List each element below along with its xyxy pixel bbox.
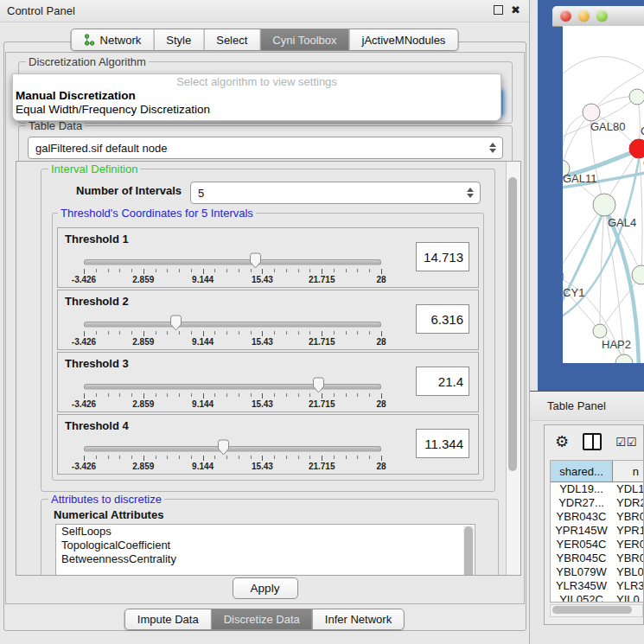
network-edge[interactable]: [563, 112, 591, 169]
scale-tick-label: 21.715: [309, 275, 335, 284]
table-cell[interactable]: YER0: [613, 538, 643, 552]
threshold-slider[interactable]: -3.4262.8599.14415.4321.71528: [84, 415, 381, 474]
close-icon[interactable]: ✖: [511, 5, 520, 15]
network-node[interactable]: [632, 265, 644, 284]
tab-discretize-data[interactable]: Discretize Data: [212, 609, 313, 629]
tab-select[interactable]: Select: [204, 29, 260, 50]
threshold-value-field[interactable]: 21.4: [416, 367, 469, 396]
slider-ticks: [84, 392, 381, 399]
table-row[interactable]: YBL079WYBL0: [551, 565, 643, 579]
slider-thumb[interactable]: [249, 252, 262, 269]
table-cell[interactable]: YLR345W: [551, 579, 613, 593]
network-edge[interactable]: [563, 277, 600, 331]
attribute-list-item[interactable]: BetweennessCentrality: [56, 552, 475, 566]
threshold-slider[interactable]: -3.4262.8599.14415.4321.71528: [84, 353, 381, 411]
table-row[interactable]: YDL19...YDL1: [551, 482, 643, 496]
threshold-slider[interactable]: -3.4262.8599.14415.4321.71528: [84, 228, 381, 287]
columns-icon[interactable]: [583, 433, 602, 450]
table-cell[interactable]: YBL079W: [551, 565, 613, 579]
window-minimize-icon[interactable]: [578, 10, 590, 22]
column-header-shared-name[interactable]: shared...: [551, 461, 613, 481]
network-node[interactable]: [615, 354, 633, 363]
table-cell[interactable]: YPR145W: [551, 524, 613, 538]
table-cell[interactable]: YDR27...: [551, 496, 613, 510]
tab-jactivemnodules[interactable]: jActiveMNodules: [350, 29, 458, 50]
threshold-value-field[interactable]: 6.316: [416, 304, 469, 334]
slider-scale: -3.4262.8599.14415.4321.71528: [84, 275, 381, 284]
algorithm-option[interactable]: Equal Width/Frequency Discretization: [13, 103, 501, 117]
network-node[interactable]: [583, 104, 600, 121]
network-canvas[interactable]: GAL80GACGAL11GAL4GCY1HAHAP2: [563, 26, 644, 363]
tab-cyni-toolbox[interactable]: Cyni Toolbox: [260, 29, 349, 50]
slider-thumb[interactable]: [169, 315, 182, 331]
apply-button[interactable]: Apply: [233, 577, 298, 599]
discretization-algorithm-label: Discretization Algorithm: [26, 55, 149, 68]
slider-thumb[interactable]: [217, 439, 230, 456]
network-edge[interactable]: [639, 149, 642, 275]
table-cell[interactable]: YBR0: [613, 552, 643, 565]
table-cell[interactable]: YDR2: [613, 496, 643, 510]
tab-style[interactable]: Style: [154, 29, 204, 50]
table-data-combobox[interactable]: galFiltered.sif default node: [28, 137, 503, 159]
slider-track[interactable]: [84, 322, 381, 328]
table-cell[interactable]: YBR043C: [551, 510, 613, 524]
column-header-name[interactable]: n: [613, 461, 643, 481]
number-of-intervals-combobox[interactable]: 5: [190, 182, 481, 204]
table-row[interactable]: YLR345WYLR3: [551, 579, 643, 593]
network-node[interactable]: [563, 268, 564, 285]
slider-track[interactable]: [84, 384, 381, 390]
slider-track[interactable]: [84, 446, 381, 452]
table-row[interactable]: YER054CYER0: [551, 538, 643, 552]
threshold-value-field[interactable]: 14.713: [416, 242, 469, 271]
slider-track[interactable]: [84, 259, 381, 265]
control-panel-tabs: NetworkStyleSelectCyni ToolboxjActiveMNo…: [71, 29, 459, 51]
network-edge[interactable]: [591, 65, 644, 112]
algorithm-option[interactable]: Manual Discretization: [13, 89, 501, 103]
table-cell[interactable]: YBL0: [613, 565, 643, 579]
cyni-bottom-tabs: Impute DataDiscretize DataInfer Network: [124, 609, 405, 630]
scrollbar-thumb[interactable]: [464, 526, 473, 575]
network-node[interactable]: [593, 324, 607, 338]
tab-infer-network[interactable]: Infer Network: [313, 609, 404, 629]
table-row[interactable]: YBR043CYBR0: [551, 510, 643, 524]
slider-thumb[interactable]: [312, 377, 325, 393]
select-columns-icon[interactable]: ☑☑: [615, 436, 637, 449]
table-cell[interactable]: YBR0: [613, 510, 643, 524]
scale-tick-label: 2.859: [132, 337, 154, 347]
table-row[interactable]: YBR045CYBR0: [551, 552, 643, 565]
threshold-value-field[interactable]: 11.344: [416, 429, 469, 458]
network-edge[interactable]: [563, 205, 604, 277]
table-row[interactable]: YPR145WYPR1: [551, 524, 643, 538]
table-cell[interactable]: YIL0: [613, 593, 643, 603]
gear-icon[interactable]: ⚙: [555, 434, 569, 450]
table-cell[interactable]: YPR1: [613, 524, 643, 538]
tab-impute-data[interactable]: Impute Data: [125, 609, 212, 629]
attributes-list-scrollbar: [463, 526, 474, 575]
table-row[interactable]: YIL052CYIL0: [551, 593, 643, 603]
attribute-list-item[interactable]: SelfLoops: [56, 525, 475, 539]
window-zoom-icon[interactable]: [596, 10, 608, 22]
network-edge[interactable]: [563, 112, 591, 169]
network-edge[interactable]: [563, 57, 644, 78]
table-cell[interactable]: YLR3: [613, 579, 643, 593]
network-node[interactable]: [629, 139, 644, 158]
table-cell[interactable]: YIL052C: [551, 593, 613, 603]
tab-network[interactable]: Network: [72, 29, 155, 50]
network-node[interactable]: [593, 194, 615, 216]
scale-tick-label: 9.144: [192, 275, 214, 284]
scrollbar-thumb[interactable]: [508, 177, 517, 471]
table-cell[interactable]: YER054C: [551, 538, 613, 552]
network-window-titlebar[interactable]: [552, 6, 644, 27]
window-close-icon[interactable]: [560, 10, 571, 22]
attribute-list-item[interactable]: TopologicalCoefficient: [56, 539, 475, 552]
table-cell[interactable]: YDL1: [613, 482, 643, 496]
table-cell[interactable]: YBR045C: [551, 552, 613, 565]
network-node-label: HAP2: [602, 338, 631, 351]
network-node[interactable]: [629, 89, 644, 105]
node-attribute-table: shared...n YDL19...YDL1YDR27...YDR2YBR04…: [550, 460, 643, 603]
table-cell[interactable]: YDL19...: [551, 482, 613, 496]
scrollbar-thumb[interactable]: [552, 606, 632, 614]
table-row[interactable]: YDR27...YDR2: [551, 496, 643, 510]
threshold-slider[interactable]: -3.4262.8599.14415.4321.71528: [84, 290, 381, 349]
float-window-icon[interactable]: [494, 5, 503, 15]
